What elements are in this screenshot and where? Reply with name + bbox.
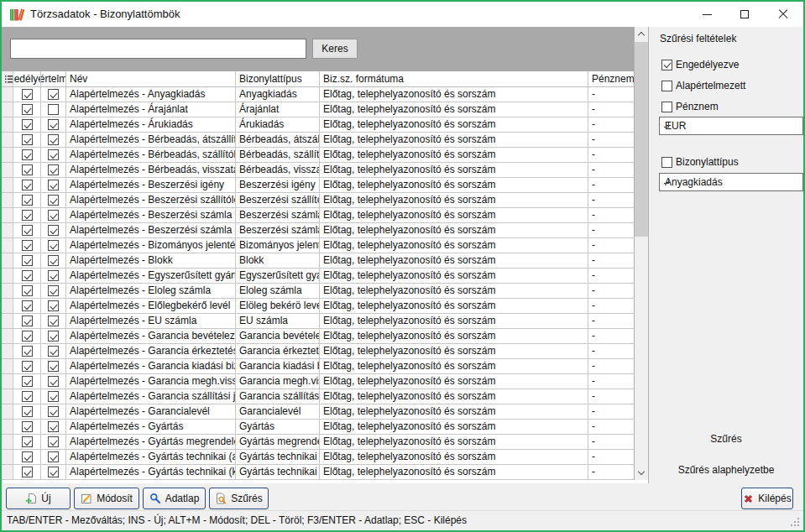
vertical-scrollbar[interactable] <box>634 27 648 480</box>
table-row[interactable]: Alapértelmezés - Garancia bevételezésGar… <box>2 329 634 344</box>
row-selector[interactable] <box>2 284 13 299</box>
default-cell[interactable] <box>41 389 66 404</box>
row-selector[interactable] <box>2 450 13 465</box>
enabled-cell[interactable] <box>13 450 41 464</box>
default-cell[interactable] <box>41 344 66 358</box>
row-selector[interactable] <box>2 253 13 269</box>
default-cell[interactable] <box>41 404 66 419</box>
row-selector[interactable] <box>2 148 13 163</box>
scroll-down-button[interactable] <box>635 466 648 480</box>
default-cell[interactable] <box>41 178 66 192</box>
close-button[interactable] <box>764 2 802 27</box>
row-selector[interactable] <box>2 117 13 133</box>
default-cell[interactable] <box>41 299 66 313</box>
enabled-cell[interactable] <box>13 435 41 449</box>
row-selector[interactable] <box>2 359 13 374</box>
table-row[interactable]: Alapértelmezés - Bérbeadás, átszállításB… <box>2 133 634 148</box>
table-row[interactable]: Alapértelmezés - ÁrajánlatÁrajánlatElőta… <box>2 102 634 117</box>
table-row[interactable]: Alapértelmezés - Előlegbekérő levélElöle… <box>2 299 634 314</box>
row-selector[interactable] <box>2 420 13 435</box>
row-selector[interactable] <box>2 87 13 102</box>
search-input[interactable] <box>10 39 306 59</box>
row-selector[interactable] <box>2 374 13 389</box>
table-row[interactable]: Alapértelmezés - Garancia érkeztetési bi… <box>2 344 634 359</box>
enabled-cell[interactable] <box>13 163 41 177</box>
row-selector[interactable] <box>2 223 13 238</box>
enabled-cell[interactable] <box>13 208 41 222</box>
row-selector[interactable] <box>2 404 13 420</box>
enabled-cell[interactable] <box>13 223 41 237</box>
default-cell[interactable] <box>41 329 66 343</box>
table-row[interactable]: Alapértelmezés - Bérbeadás, szállítólevé… <box>2 148 634 163</box>
header-currency[interactable]: Pénznem <box>588 71 634 86</box>
scrollbar-thumb[interactable] <box>635 42 648 237</box>
enabled-cell[interactable] <box>13 238 41 253</box>
default-cell[interactable] <box>41 87 66 102</box>
default-cell[interactable] <box>41 223 66 237</box>
table-row[interactable]: Alapértelmezés - Beszerzési számlaBeszer… <box>2 208 634 223</box>
row-selector[interactable] <box>2 299 13 314</box>
table-row[interactable]: Alapértelmezés - BlokkBlokkElőtag, telep… <box>2 253 634 269</box>
header-enabled[interactable]: Engedélyezve <box>13 71 41 86</box>
header-doctype[interactable]: Bizonylattípus <box>236 71 320 86</box>
enabled-cell[interactable] <box>13 359 41 373</box>
enabled-cell[interactable] <box>13 299 41 313</box>
table-row[interactable]: Alapértelmezés - Gyártás technikai (any.… <box>2 450 634 465</box>
table-row[interactable]: Alapértelmezés - Bérbeadás, visszatárolá… <box>2 163 634 178</box>
enabled-cell[interactable] <box>13 314 41 328</box>
exit-button[interactable]: Kilépés <box>741 488 793 509</box>
enabled-cell[interactable] <box>13 374 41 389</box>
enabled-cell[interactable] <box>13 269 41 283</box>
header-name[interactable]: Név <box>66 71 236 86</box>
row-selector[interactable] <box>2 329 13 344</box>
table-row[interactable]: Alapértelmezés - Bizományos jelentésBizo… <box>2 238 634 253</box>
currency-select[interactable]: EUR <box>659 117 803 135</box>
row-selector[interactable] <box>2 193 13 208</box>
default-cell[interactable] <box>41 284 66 298</box>
row-selector[interactable] <box>2 314 13 329</box>
table-row[interactable]: Alapértelmezés - Gyártás megrendelésGyár… <box>2 435 634 450</box>
table-row[interactable]: Alapértelmezés - GarancialevélGaranciale… <box>2 404 634 420</box>
search-button[interactable]: Keres <box>312 39 358 59</box>
row-selector[interactable] <box>2 435 13 450</box>
enabled-cell[interactable] <box>13 178 41 192</box>
row-selector[interactable] <box>2 344 13 359</box>
row-selector[interactable] <box>2 389 13 404</box>
row-selector[interactable] <box>2 208 13 223</box>
default-cell[interactable] <box>41 465 66 479</box>
row-selector[interactable] <box>2 163 13 178</box>
enabled-cell[interactable] <box>13 133 41 147</box>
table-row[interactable]: Alapértelmezés - Egyszerűsített gyártásE… <box>2 269 634 284</box>
enabled-cell[interactable] <box>13 404 41 419</box>
filter-reset-link[interactable]: Szűrés alaphelyzetbe <box>649 464 803 476</box>
row-selector[interactable] <box>2 178 13 193</box>
filter-button[interactable]: Szűrés <box>209 488 269 509</box>
default-cell[interactable] <box>41 208 66 222</box>
enabled-cell[interactable] <box>13 148 41 162</box>
default-cell[interactable] <box>41 269 66 283</box>
enabled-cell[interactable] <box>13 420 41 434</box>
table-row[interactable]: Alapértelmezés - Garancia kiadási bizony… <box>2 359 634 374</box>
table-row[interactable]: Alapértelmezés - Eloleg számlaEloleg szá… <box>2 284 634 299</box>
filter-enabled-checkbox[interactable]: Engedélyezve <box>661 59 739 70</box>
row-selector[interactable] <box>2 465 13 480</box>
default-cell[interactable] <box>41 253 66 268</box>
table-row[interactable]: Alapértelmezés - Beszerzési szállítólevé… <box>2 193 634 208</box>
table-row[interactable]: Alapértelmezés - Beszerzési számla (Suli… <box>2 223 634 238</box>
default-cell[interactable] <box>41 420 66 434</box>
filter-default-checkbox[interactable]: Alapértelmezett <box>661 80 745 91</box>
table-row[interactable]: Alapértelmezés - Garancia szállítási jel… <box>2 389 634 404</box>
table-row[interactable]: Alapértelmezés - Beszerzési igényBeszerz… <box>2 178 634 193</box>
default-cell[interactable] <box>41 314 66 328</box>
filter-apply-link[interactable]: Szűrés <box>649 433 803 445</box>
default-cell[interactable] <box>41 359 66 373</box>
enabled-cell[interactable] <box>13 465 41 479</box>
default-cell[interactable] <box>41 374 66 389</box>
default-cell[interactable] <box>41 435 66 449</box>
row-selector[interactable] <box>2 238 13 253</box>
table-row[interactable]: Alapértelmezés - ÁrukiadásÁrukiadásElőta… <box>2 117 634 133</box>
header-format[interactable]: Biz.sz. formátuma <box>320 71 588 86</box>
enabled-cell[interactable] <box>13 117 41 132</box>
table-row[interactable]: Alapértelmezés - AnyagkiadásAnyagkiadásE… <box>2 87 634 102</box>
table-row[interactable]: Alapértelmezés - EU számlaEU számlaElőta… <box>2 314 634 329</box>
